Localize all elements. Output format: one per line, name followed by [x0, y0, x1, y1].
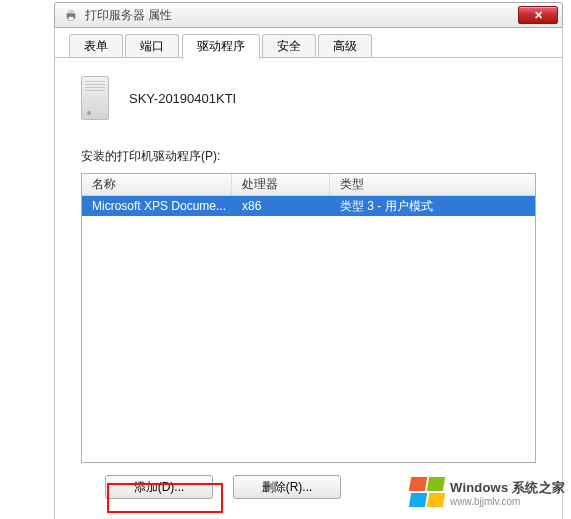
tab-advanced[interactable]: 高级 [318, 34, 372, 58]
close-icon: ✕ [534, 9, 543, 22]
watermark-url: www.bjjmlv.com [450, 496, 565, 507]
listview-header: 名称 处理器 类型 [82, 174, 535, 196]
close-button[interactable]: ✕ [518, 6, 558, 24]
dialog-client: 表单 端口 驱动程序 安全 高级 SKY-20190401KTI 安装的打印机驱… [54, 28, 563, 519]
add-button[interactable]: 添加(D)... [105, 475, 213, 499]
installed-drivers-label: 安装的打印机驱动程序(P): [81, 148, 536, 165]
printer-icon [63, 7, 79, 23]
col-header-name[interactable]: 名称 [82, 174, 232, 195]
server-icon [81, 76, 109, 120]
tab-strip: 表单 端口 驱动程序 安全 高级 [55, 34, 562, 58]
cell-type: 类型 3 - 用户模式 [330, 196, 535, 216]
titlebar: 打印服务器 属性 ✕ [54, 2, 563, 28]
tab-drivers[interactable]: 驱动程序 [182, 34, 260, 59]
drivers-listview[interactable]: 名称 处理器 类型 Microsoft XPS Docume... x86 类型… [81, 173, 536, 463]
col-header-processor[interactable]: 处理器 [232, 174, 330, 195]
windows-logo-icon [408, 475, 444, 511]
server-name: SKY-20190401KTI [129, 91, 236, 106]
col-header-type[interactable]: 类型 [330, 174, 535, 195]
remove-button[interactable]: 删除(R)... [233, 475, 341, 499]
table-row[interactable]: Microsoft XPS Docume... x86 类型 3 - 用户模式 [82, 196, 535, 216]
tab-forms[interactable]: 表单 [69, 34, 123, 58]
cell-processor: x86 [232, 196, 330, 216]
tab-security[interactable]: 安全 [262, 34, 316, 58]
server-row: SKY-20190401KTI [81, 76, 536, 120]
svg-rect-2 [68, 17, 73, 21]
watermark: Windows 系统之家 www.bjjmlv.com [408, 475, 565, 511]
watermark-text: Windows 系统之家 www.bjjmlv.com [450, 479, 565, 507]
watermark-brand: Windows [450, 480, 508, 495]
svg-rect-1 [68, 10, 73, 14]
tab-ports[interactable]: 端口 [125, 34, 179, 58]
tab-panel-drivers: SKY-20190401KTI 安装的打印机驱动程序(P): 名称 处理器 类型… [55, 58, 562, 509]
cell-name: Microsoft XPS Docume... [82, 196, 232, 216]
window-title: 打印服务器 属性 [85, 7, 172, 24]
watermark-suffix: 系统之家 [508, 480, 565, 495]
